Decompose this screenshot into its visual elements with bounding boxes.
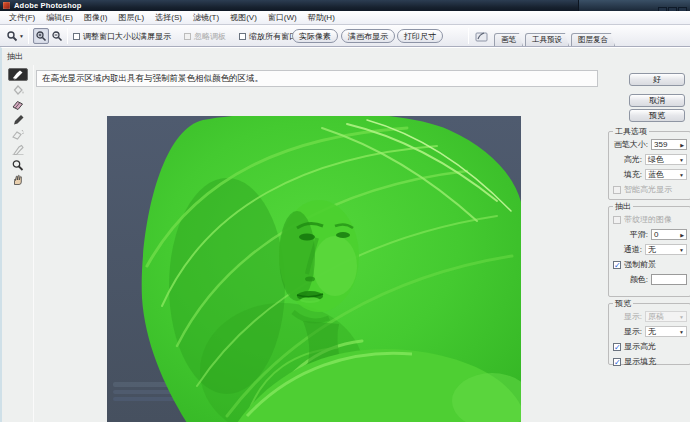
- smart-highlighting-label: 智能高光显示: [624, 184, 672, 195]
- eraser-icon: [11, 99, 25, 110]
- show-highlight-checkbox[interactable]: ✓: [613, 343, 621, 351]
- menu-bar: 文件(F) 编辑(E) 图像(I) 图层(L) 选择(S) 滤镜(T) 视图(V…: [0, 11, 690, 25]
- extract-preview-image: [107, 116, 521, 422]
- smooth-input[interactable]: 0 ▶: [651, 229, 687, 240]
- fit-on-screen-button[interactable]: 满画布显示: [341, 29, 395, 43]
- extract-toolbar: [5, 68, 31, 186]
- dropdown-arrow-icon: ▼: [679, 172, 684, 178]
- preview-button[interactable]: 预览: [629, 109, 685, 122]
- show-fill-checkbox[interactable]: ✓: [613, 358, 621, 366]
- highlight-value: 绿色: [648, 154, 664, 165]
- cancel-button[interactable]: 取消: [629, 94, 685, 107]
- brush-size-input[interactable]: 359 ▶: [651, 139, 687, 150]
- tab-brushes[interactable]: 画笔: [494, 33, 523, 46]
- menu-image[interactable]: 图像(I): [80, 12, 112, 23]
- menu-help[interactable]: 帮助(H): [304, 12, 339, 23]
- menu-edit[interactable]: 编辑(E): [42, 12, 77, 23]
- show-select: 原稿 ▼: [645, 311, 687, 322]
- brushes-palette-icon[interactable]: [475, 30, 488, 43]
- title-bar: Adobe Photoshop: [0, 0, 690, 11]
- color-label: 颜色:: [630, 274, 648, 285]
- highlight-label: 高光:: [624, 154, 642, 165]
- menu-layer[interactable]: 图层(L): [114, 12, 148, 23]
- menu-file[interactable]: 文件(F): [5, 12, 39, 23]
- window-controls[interactable]: [578, 0, 690, 11]
- fit-window-label: 调整窗口大小以满屏显示: [83, 31, 171, 42]
- menu-window[interactable]: 窗口(W): [264, 12, 301, 23]
- extract-group: 抽出 带纹理的图像 平滑: 0 ▶ 通道: 无 ▼ ✓: [608, 206, 690, 297]
- palette-well: 画笔 工具预设 图层复合: [494, 33, 615, 46]
- tab-layer-comps[interactable]: 图层复合: [571, 33, 615, 46]
- foreground-color-swatch[interactable]: [651, 274, 687, 285]
- tool-options-group: 工具选项 画笔大小: 359 ▶ 高光: 绿色 ▼ 填充: 蓝色 ▼: [608, 131, 690, 200]
- show-fill-label: 显示填充: [624, 356, 656, 367]
- menu-view[interactable]: 视图(V): [226, 12, 261, 23]
- ignore-palettes-checkbox: [184, 33, 191, 40]
- edge-highlighter-icon: [11, 69, 25, 80]
- separator: [28, 28, 29, 44]
- spinner-arrow-icon[interactable]: ▶: [680, 142, 684, 148]
- fill-select[interactable]: 蓝色 ▼: [645, 169, 687, 180]
- menu-filter[interactable]: 滤镜(T): [189, 12, 223, 23]
- show-label: 显示:: [624, 311, 642, 322]
- smooth-label: 平滑:: [630, 229, 648, 240]
- display-select[interactable]: 无 ▼: [645, 326, 687, 337]
- window-title: Adobe Photoshop: [14, 1, 82, 10]
- tool-options-label: 工具选项: [613, 126, 649, 137]
- eyedropper-icon: [11, 114, 25, 125]
- image-preview[interactable]: [107, 116, 521, 422]
- zoom-in-icon: [35, 30, 47, 42]
- zoom-all-windows-checkbox[interactable]: [239, 33, 246, 40]
- edge-touchup-icon: [11, 144, 25, 155]
- textured-image-label: 带纹理的图像: [624, 214, 672, 225]
- eyedropper-tool[interactable]: [8, 113, 28, 126]
- fill-tool: [8, 83, 28, 96]
- paint-bucket-icon: [11, 84, 25, 95]
- zoom-in-button[interactable]: [33, 28, 49, 44]
- brush-size-label: 画笔大小:: [614, 139, 648, 150]
- show-value: 原稿: [648, 311, 664, 322]
- channel-select[interactable]: 无 ▼: [645, 244, 687, 255]
- tool-dropdown-arrow-icon: ▼: [19, 33, 24, 39]
- preview-group: 预览 显示: 原稿 ▼ 显示: 无 ▼ ✓ 显示高光 ✓: [608, 303, 690, 365]
- dropdown-arrow-icon: ▼: [679, 329, 684, 335]
- zoom-tool[interactable]: [8, 158, 28, 171]
- fill-label: 填充:: [624, 169, 642, 180]
- tab-tool-presets[interactable]: 工具预设: [525, 33, 569, 46]
- zoom-all-windows-label: 缩放所有窗口: [249, 31, 297, 42]
- hand-icon: [11, 174, 25, 185]
- cleanup-tool: [8, 128, 28, 141]
- smart-highlighting-checkbox: [613, 186, 621, 194]
- magnifier-icon: [11, 159, 25, 171]
- hand-tool[interactable]: [8, 173, 28, 186]
- dropdown-arrow-icon: ▼: [679, 247, 684, 253]
- options-bar: ▼ 调整窗口大小以满屏显示: [0, 25, 690, 47]
- separator: [468, 28, 469, 44]
- fill-value: 蓝色: [648, 169, 664, 180]
- show-highlight-label: 显示高光: [624, 341, 656, 352]
- zoom-out-button[interactable]: [49, 28, 65, 44]
- print-size-button[interactable]: 打印尺寸: [397, 29, 443, 43]
- extract-group-label: 抽出: [613, 201, 633, 212]
- dialog-title: 抽出: [7, 51, 23, 62]
- eraser-tool[interactable]: [8, 98, 28, 111]
- force-foreground-checkbox[interactable]: ✓: [613, 261, 621, 269]
- display-label: 显示:: [624, 326, 642, 337]
- dropdown-arrow-icon: ▼: [679, 314, 684, 320]
- edge-touchup-tool: [8, 143, 28, 156]
- ok-button[interactable]: 好: [629, 73, 685, 86]
- fit-window-checkbox[interactable]: [73, 33, 80, 40]
- spinner-arrow-icon[interactable]: ▶: [680, 232, 684, 238]
- actual-pixels-button[interactable]: 实际像素: [292, 29, 338, 43]
- photoshop-window: Adobe Photoshop 文件(F) 编辑(E) 图像(I) 图层(L) …: [0, 0, 690, 422]
- smooth-value: 0: [654, 230, 658, 239]
- edge-highlighter-tool[interactable]: [8, 68, 28, 81]
- menu-select[interactable]: 选择(S): [151, 12, 186, 23]
- photoshop-app-icon: [3, 2, 10, 9]
- highlight-select[interactable]: 绿色 ▼: [645, 154, 687, 165]
- channel-value: 无: [648, 244, 656, 255]
- zoom-tool-current[interactable]: ▼: [6, 25, 24, 47]
- extract-dialog: 抽出 在高光显示区域内取出具有与强制前景色相似颜色的区域。: [0, 47, 690, 422]
- ignore-palettes-label: 忽略调板: [194, 31, 226, 42]
- preview-group-label: 预览: [613, 298, 633, 309]
